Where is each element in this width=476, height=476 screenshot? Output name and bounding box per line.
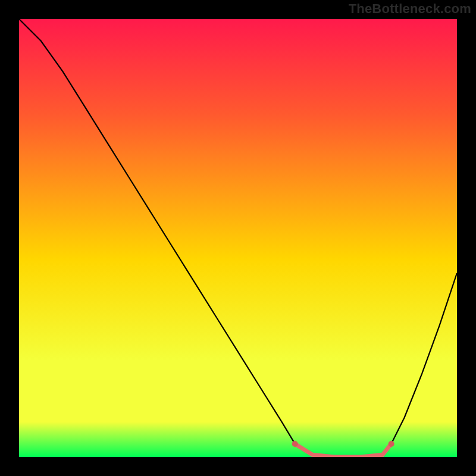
bottleneck-chart-svg (19, 19, 457, 457)
highlight-dot-start (292, 441, 298, 447)
plot-area (19, 19, 457, 457)
gradient-background (19, 19, 457, 457)
highlight-dot-end (389, 441, 394, 447)
chart-frame: TheBottleneck.com (0, 0, 476, 476)
watermark-text: TheBottleneck.com (349, 1, 471, 17)
